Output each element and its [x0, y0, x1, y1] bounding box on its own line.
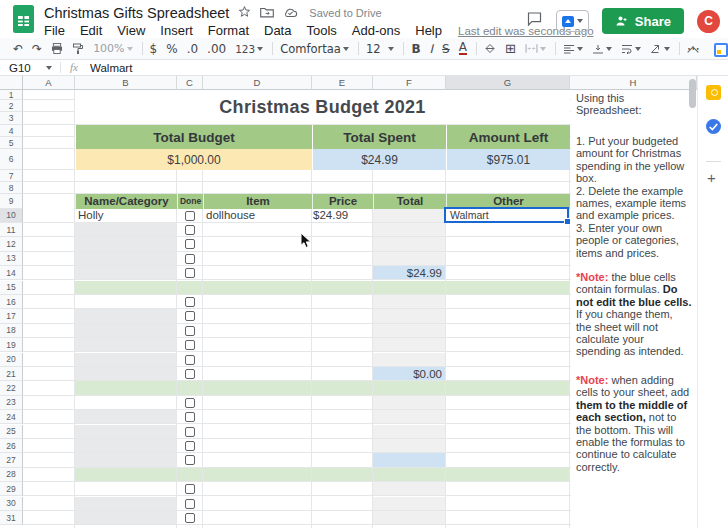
name-cell[interactable] [75, 439, 176, 452]
column-header-H[interactable]: H [570, 76, 697, 90]
row-header-21[interactable]: 21 [0, 367, 23, 381]
menu-view[interactable]: View [117, 23, 145, 38]
done-checkbox[interactable] [185, 297, 195, 307]
merge-cells-button[interactable] [525, 43, 546, 54]
account-avatar[interactable]: C [697, 10, 720, 33]
more-formats-button[interactable]: 123 [235, 43, 263, 55]
font-size-select[interactable]: 12 [366, 42, 394, 56]
row-header-24[interactable]: 24 [0, 410, 23, 424]
cells-area[interactable]: Christmas Budget 2021 Total BudgetTotal … [23, 90, 697, 528]
menu-addons[interactable]: Add-ons [352, 23, 400, 38]
name-cell[interactable] [75, 425, 176, 438]
column-header-G[interactable]: G [446, 76, 570, 90]
share-button[interactable]: Share [602, 8, 684, 34]
row-header-16[interactable]: 16 [0, 295, 23, 309]
row-header-5[interactable]: 5 [0, 137, 23, 149]
row-header-31[interactable]: 31 [0, 511, 23, 525]
column-header-F[interactable]: F [373, 76, 446, 90]
summary-value-cell[interactable]: $24.99 [312, 149, 446, 170]
done-checkbox[interactable] [185, 513, 195, 523]
row-header-1[interactable]: 1 [0, 90, 23, 100]
fill-handle[interactable] [564, 218, 571, 225]
menu-file[interactable]: File [44, 23, 65, 38]
done-checkbox[interactable] [185, 455, 195, 465]
star-icon[interactable] [238, 4, 251, 22]
total-cell[interactable] [373, 295, 445, 308]
total-cell[interactable] [373, 209, 445, 222]
row-header-18[interactable]: 18 [0, 324, 23, 338]
document-title[interactable]: Christmas Gifts Spreadsheet [44, 5, 229, 21]
done-checkbox[interactable] [185, 398, 195, 408]
vertical-align-button[interactable] [592, 44, 612, 54]
menu-format[interactable]: Format [208, 23, 249, 38]
row-header-14[interactable]: 14 [0, 266, 23, 280]
done-checkbox[interactable] [185, 355, 195, 365]
table-header-done[interactable]: Done [177, 194, 203, 209]
name-cell[interactable] [75, 223, 176, 236]
done-checkbox[interactable] [185, 211, 195, 221]
total-cell[interactable] [373, 425, 445, 438]
total-cell[interactable] [373, 353, 445, 366]
done-checkbox[interactable] [185, 311, 195, 321]
total-cell[interactable] [373, 252, 445, 265]
column-header-D[interactable]: D [203, 76, 312, 90]
column-header-C[interactable]: C [177, 76, 203, 90]
done-checkbox[interactable] [185, 484, 195, 494]
total-cell[interactable] [373, 453, 445, 466]
row-header-13[interactable]: 13 [0, 252, 23, 266]
total-cell[interactable] [373, 338, 445, 351]
done-checkbox[interactable] [185, 499, 195, 509]
vertical-scrollbar[interactable] [689, 79, 696, 108]
decrease-decimal-button[interactable]: .0 [187, 42, 198, 56]
row-header-12[interactable]: 12 [0, 237, 23, 251]
row-header-7[interactable]: 7 [0, 170, 23, 182]
strikethrough-button[interactable]: S [442, 42, 450, 56]
summary-header-total-budget[interactable]: Total Budget [75, 125, 312, 149]
menu-insert[interactable]: Insert [160, 23, 193, 38]
name-cell[interactable] [75, 367, 176, 380]
font-select[interactable]: Comfortaa [280, 42, 349, 56]
row-header-15[interactable]: 15 [0, 281, 23, 295]
row-header-2[interactable]: 2 [0, 100, 23, 112]
column-header-B[interactable]: B [75, 76, 177, 90]
row-header-8[interactable]: 8 [0, 182, 23, 194]
redo-button[interactable]: ↷ [32, 42, 42, 56]
row-header-30[interactable]: 30 [0, 497, 23, 511]
done-checkbox[interactable] [185, 340, 195, 350]
total-cell[interactable] [373, 237, 445, 250]
italic-button[interactable]: I [430, 42, 434, 56]
summary-header-total-spent[interactable]: Total Spent [312, 125, 446, 149]
row-header-29[interactable]: 29 [0, 482, 23, 496]
total-cell[interactable] [373, 223, 445, 236]
sheet-title-cell[interactable]: Christmas Budget 2021 [75, 90, 570, 124]
name-cell[interactable] [75, 353, 176, 366]
keep-icon[interactable] [706, 85, 721, 100]
zoom-select[interactable]: 100% [93, 42, 132, 55]
total-cell[interactable] [373, 410, 445, 423]
cloud-saved-icon[interactable] [283, 4, 298, 22]
addon-icon[interactable] [714, 43, 728, 57]
row-header-23[interactable]: 23 [0, 396, 23, 410]
column-header-A[interactable]: A [23, 76, 75, 90]
get-addons-icon[interactable]: + [707, 170, 716, 185]
table-header-name-category[interactable]: Name/Category [75, 194, 177, 209]
name-cell[interactable] [75, 266, 176, 279]
done-checkbox[interactable] [185, 254, 195, 264]
name-box[interactable]: G10 [9, 62, 31, 74]
text-rotation-button[interactable] [650, 44, 670, 54]
row-header-6[interactable]: 6 [0, 149, 23, 170]
done-checkbox[interactable] [185, 427, 195, 437]
section-separator-cell[interactable] [75, 381, 570, 394]
section-separator-cell[interactable] [75, 468, 570, 481]
row-header-25[interactable]: 25 [0, 425, 23, 439]
text-color-button[interactable]: A [459, 42, 467, 55]
name-cell[interactable] [75, 338, 176, 351]
tasks-icon[interactable] [706, 119, 721, 134]
row-header-22[interactable]: 22 [0, 381, 23, 395]
name-cell[interactable] [75, 309, 176, 322]
name-cell[interactable] [75, 252, 176, 265]
total-cell-text[interactable]: $0.00 [373, 367, 442, 380]
row-header-9[interactable]: 9 [0, 194, 23, 209]
undo-button[interactable]: ↶ [13, 42, 23, 56]
name-cell[interactable] [75, 453, 176, 466]
